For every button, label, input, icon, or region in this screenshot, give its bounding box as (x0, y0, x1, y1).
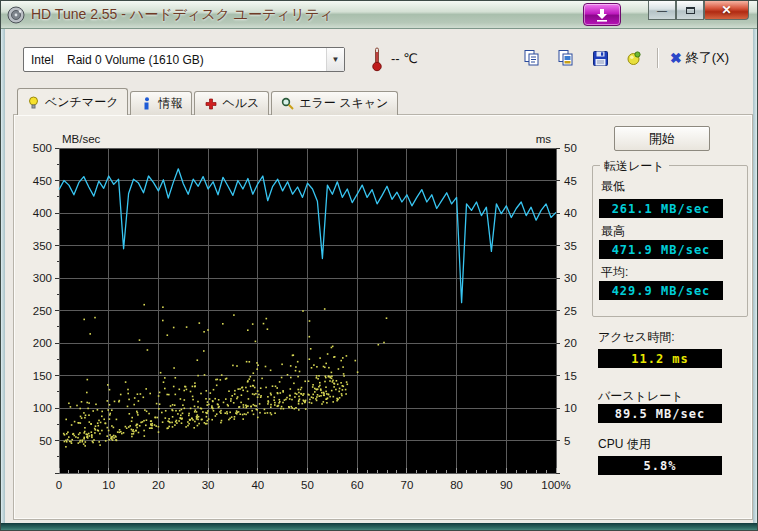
exit-label: 終了(X) (686, 49, 729, 67)
toolbar-separator (657, 48, 658, 68)
download-overlay-button[interactable] (583, 3, 621, 26)
options-button[interactable] (623, 48, 645, 68)
tab-label: ベンチマーク (45, 94, 118, 111)
svg-text:50: 50 (301, 479, 314, 491)
copy-image-button[interactable] (555, 48, 577, 68)
svg-text:45: 45 (564, 175, 577, 187)
cpu-usage-value: 5.8% (598, 456, 722, 475)
tabstrip: ベンチマーク 情報 ヘルス (17, 88, 400, 115)
svg-text:5: 5 (564, 435, 570, 447)
svg-text:90: 90 (500, 479, 513, 491)
thermometer-icon (371, 46, 383, 72)
health-cross-icon (204, 97, 217, 110)
svg-text:50: 50 (564, 142, 577, 154)
svg-text:15: 15 (564, 370, 577, 382)
temperature-value: -- (391, 51, 400, 66)
caption-buttons: — ✕ (648, 1, 749, 20)
svg-text:0: 0 (56, 479, 62, 491)
max-value: 471.9 MB/sec (599, 240, 723, 259)
cpu-usage-label: CPU 使用 (598, 436, 651, 453)
access-time-label: アクセス時間: (598, 329, 674, 346)
tab-info[interactable]: 情報 (130, 91, 192, 115)
svg-text:40: 40 (251, 479, 264, 491)
temperature-readout: -- ℃ (391, 51, 418, 66)
svg-text:200: 200 (33, 337, 52, 349)
copy-text-icon (523, 49, 541, 67)
tab-health[interactable]: ヘルス (194, 91, 269, 115)
benchmark-chart: 5010015020025030035040045050051015202530… (14, 115, 594, 515)
svg-text:100%: 100% (541, 479, 570, 491)
burst-rate-label: バーストレート (598, 388, 683, 405)
svg-text:350: 350 (33, 240, 52, 252)
temperature-unit: ℃ (403, 51, 418, 66)
transfer-rate-title: 転送レート (600, 158, 669, 175)
maximize-icon (686, 7, 695, 14)
avg-label: 平均: (601, 264, 628, 281)
tab-benchmark[interactable]: ベンチマーク (17, 88, 128, 115)
svg-text:60: 60 (351, 479, 364, 491)
toolbar-icons: ✖ 終了(X) (521, 48, 729, 68)
copy-image-icon (557, 49, 575, 67)
min-label: 最低 (601, 178, 625, 195)
benchmark-panel: 5010015020025030035040045050051015202530… (13, 114, 753, 520)
drive-select-value: Intel Raid 0 Volume (1610 GB) (24, 53, 326, 67)
exit-button[interactable]: ✖ 終了(X) (670, 49, 729, 67)
copy-text-button[interactable] (521, 48, 543, 68)
scan-magnifier-icon (281, 97, 294, 110)
avg-value: 429.9 MB/sec (599, 281, 723, 300)
svg-text:30: 30 (564, 272, 577, 284)
window-border-right (753, 29, 757, 523)
burst-rate-value: 89.5 MB/sec (598, 404, 722, 423)
options-icon (626, 50, 643, 67)
window-title: HD Tune 2.55 - ハードディスク ユーティリティ (31, 6, 334, 24)
svg-text:30: 30 (202, 479, 215, 491)
svg-text:10: 10 (102, 479, 115, 491)
maximize-button[interactable] (676, 1, 704, 20)
svg-text:ms: ms (536, 133, 552, 145)
hdtune-window: HD Tune 2.55 - ハードディスク ユーティリティ — ✕ Intel… (0, 0, 758, 531)
titlebar[interactable]: HD Tune 2.55 - ハードディスク ユーティリティ — ✕ (1, 1, 757, 29)
minimize-button[interactable]: — (648, 1, 676, 20)
exit-x-icon: ✖ (670, 50, 682, 66)
svg-text:100: 100 (33, 402, 52, 414)
chevron-down-icon: ▼ (326, 48, 344, 71)
svg-text:20: 20 (564, 337, 577, 349)
access-time-value: 11.2 ms (598, 349, 722, 368)
tab-label: エラー スキャン (299, 95, 388, 112)
tab-error-scan[interactable]: エラー スキャン (271, 91, 398, 115)
svg-text:500: 500 (33, 142, 52, 154)
transfer-rate-group: 転送レート 最低 261.1 MB/sec 最高 471.9 MB/sec 平均… (592, 165, 748, 317)
close-button[interactable]: ✕ (704, 1, 749, 20)
svg-text:50: 50 (39, 435, 52, 447)
save-icon (592, 50, 609, 67)
info-icon (140, 97, 153, 110)
tab-label: ヘルス (222, 95, 259, 112)
lightbulb-icon (27, 96, 40, 109)
save-button[interactable] (589, 48, 611, 68)
svg-text:70: 70 (401, 479, 414, 491)
svg-text:300: 300 (33, 272, 52, 284)
drive-select[interactable]: Intel Raid 0 Volume (1610 GB) ▼ (23, 47, 345, 72)
svg-text:450: 450 (33, 175, 52, 187)
min-value: 261.1 MB/sec (599, 199, 723, 218)
svg-text:10: 10 (564, 402, 577, 414)
window-body: Intel Raid 0 Volume (1610 GB) ▼ -- ℃ (5, 29, 753, 523)
svg-text:150: 150 (33, 370, 52, 382)
svg-text:25: 25 (564, 305, 577, 317)
svg-text:MB/sec: MB/sec (62, 133, 101, 145)
svg-text:400: 400 (33, 207, 52, 219)
svg-text:40: 40 (564, 207, 577, 219)
download-overlay-icon (594, 8, 610, 22)
max-label: 最高 (601, 223, 625, 240)
window-border-bottom (1, 523, 757, 530)
tab-label: 情報 (158, 95, 182, 112)
start-button[interactable]: 開始 (614, 126, 710, 151)
svg-text:250: 250 (33, 305, 52, 317)
svg-text:80: 80 (450, 479, 463, 491)
hdtune-disk-icon (7, 6, 25, 24)
svg-text:20: 20 (152, 479, 165, 491)
close-icon: ✕ (721, 3, 731, 17)
svg-text:35: 35 (564, 240, 577, 252)
